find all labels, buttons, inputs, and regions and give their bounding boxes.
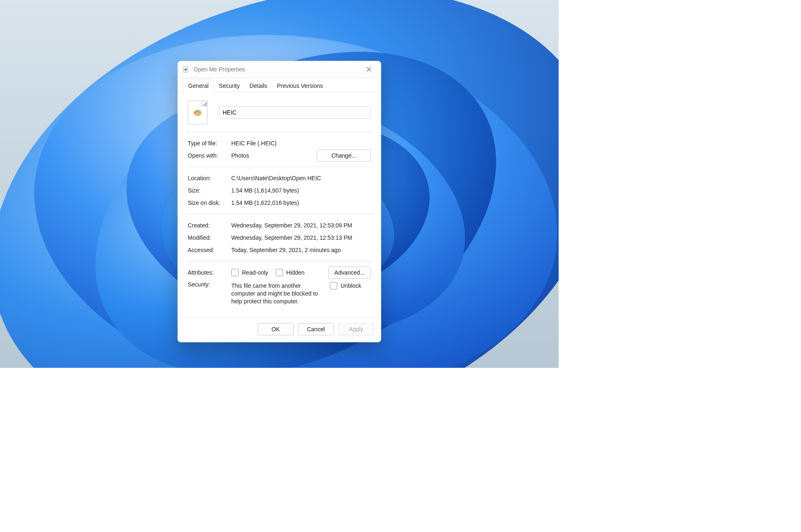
security-note: This file came from another computer and… xyxy=(231,281,326,310)
label-location: Location: xyxy=(188,175,227,181)
label-attributes: Attributes: xyxy=(188,269,227,276)
tab-general[interactable]: General xyxy=(183,79,214,92)
svg-point-13 xyxy=(185,69,186,71)
value-type-of-file: HEIC File (.HEIC) xyxy=(231,140,371,147)
checkbox-hidden[interactable]: Hidden xyxy=(276,269,304,276)
label-size-on-disk: Size on disk: xyxy=(188,200,227,206)
value-modified: Wednesday, September 29, 2021, 12:53:13 … xyxy=(231,234,371,241)
tab-panel-general: Type of file: HEIC File (.HEIC) Opens wi… xyxy=(178,92,381,318)
checkbox-read-only[interactable]: Read-only xyxy=(231,269,268,276)
value-opens-with: Photos xyxy=(231,152,249,159)
value-accessed: Today, September 29, 2021, 2 minutes ago xyxy=(231,247,371,253)
label-type-of-file: Type of file: xyxy=(188,140,227,147)
svg-point-17 xyxy=(195,112,196,113)
checkbox-unblock-label: Unblock xyxy=(341,282,361,289)
dialog-footer: OK Cancel Apply xyxy=(178,318,381,342)
file-type-icon xyxy=(188,101,207,124)
apply-button: Apply xyxy=(338,323,374,335)
checkbox-hidden-label: Hidden xyxy=(286,269,304,276)
window-title: Open Me Properties xyxy=(193,66,359,73)
tab-details[interactable]: Details xyxy=(244,79,272,92)
tab-strip: General Security Details Previous Versio… xyxy=(178,78,381,92)
svg-point-19 xyxy=(198,111,200,112)
label-size: Size: xyxy=(188,187,227,194)
value-size-on-disk: 1.54 MB (1,622,016 bytes) xyxy=(231,200,371,206)
cancel-button[interactable]: Cancel xyxy=(298,323,334,335)
value-location: C:\Users\Nate\Desktop\Open HEIC xyxy=(231,175,371,181)
close-button[interactable] xyxy=(359,63,378,76)
close-icon xyxy=(366,67,371,72)
value-size: 1.54 MB (1,614,907 bytes) xyxy=(231,187,371,194)
change-button[interactable]: Change... xyxy=(317,149,371,162)
label-modified: Modified: xyxy=(188,234,227,241)
titlebar: Open Me Properties xyxy=(178,61,381,78)
ok-button[interactable]: OK xyxy=(258,323,294,335)
desktop: Open Me Properties General Security Deta… xyxy=(0,0,559,368)
advanced-button[interactable]: Advanced... xyxy=(328,266,371,279)
window-file-icon xyxy=(183,66,189,73)
filename-input[interactable] xyxy=(219,106,371,119)
properties-dialog: Open Me Properties General Security Deta… xyxy=(177,61,381,342)
label-opens-with: Opens with: xyxy=(188,152,227,159)
svg-point-18 xyxy=(196,110,198,112)
checkbox-unblock[interactable]: Unblock xyxy=(330,282,361,289)
label-accessed: Accessed: xyxy=(188,247,227,253)
value-created: Wednesday, September 29, 2021, 12:53:09 … xyxy=(231,222,371,229)
palette-icon xyxy=(193,108,203,117)
label-created: Created: xyxy=(188,222,227,229)
label-security: Security: xyxy=(188,281,227,288)
checkbox-read-only-label: Read-only xyxy=(242,269,268,276)
tab-security[interactable]: Security xyxy=(214,79,245,92)
tab-previous-versions[interactable]: Previous Versions xyxy=(272,79,328,92)
